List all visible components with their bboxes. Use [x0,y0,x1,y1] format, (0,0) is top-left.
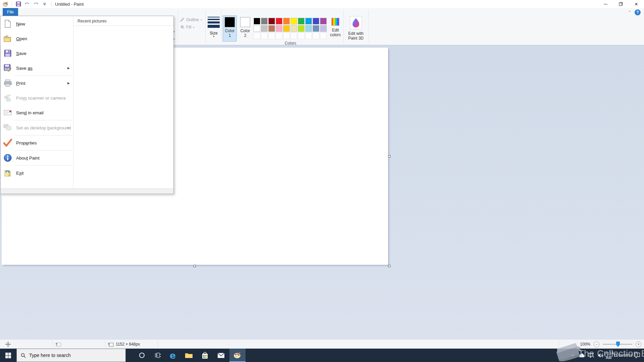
file-menu-item-new[interactable]: New [1,16,73,31]
tray-chevron-icon [571,354,575,357]
edit-colors-label-1: Edit [328,28,343,33]
status-bar: 1152 × 648px 100% − + [0,339,644,349]
file-menu-item-properties[interactable]: Properties [1,135,73,150]
zoom-out-button[interactable]: − [594,342,599,347]
palette-swatch[interactable] [320,25,327,32]
size-button[interactable]: Size ▾ [207,15,221,38]
selection-size-icon [56,342,61,347]
palette-swatch[interactable] [283,25,290,32]
palette-swatch[interactable] [254,18,260,24]
color1-number: 1 [223,33,236,38]
palette-swatch[interactable] [290,25,297,32]
file-menu-item-exit[interactable]: Exit [1,166,73,180]
action-center-icon [634,353,640,358]
palette-swatch[interactable] [313,25,319,32]
palette-swatch[interactable] [276,25,282,32]
palette-swatch[interactable] [290,18,297,24]
palette-swatch-empty[interactable] [276,33,282,39]
file-menu-item-save[interactable]: Save [1,46,73,61]
file-menu-item-save-as[interactable]: Save as▶ [1,61,73,75]
palette-swatch-empty[interactable] [313,33,319,39]
edge-button[interactable]: e [165,349,181,362]
palette-swatch[interactable] [261,25,268,32]
zoom-in-button[interactable]: + [636,342,641,347]
zoom-slider-thumb[interactable] [616,342,620,347]
resize-handle-corner[interactable] [388,265,390,267]
task-view-button[interactable] [150,349,166,362]
file-menu-item-from-scanner-or-camera: From scanner or camera [1,90,73,105]
palette-swatch[interactable] [276,18,282,24]
exit-icon [3,169,12,177]
palette-swatch[interactable] [254,25,260,32]
customize-toolbar-icon[interactable] [41,1,48,7]
palette-swatch-empty[interactable] [283,33,290,39]
palette-swatch-empty[interactable] [268,33,275,39]
palette-swatch[interactable] [268,18,275,24]
submenu-arrow-icon: ▶ [67,81,70,85]
collapse-ribbon-icon[interactable]: ⌃ [628,11,631,14]
palette-swatch[interactable] [313,18,319,24]
line-size-icon [207,15,221,28]
file-menu-item-send-in-email[interactable]: Send in email [1,105,73,120]
group-divider [343,10,344,43]
minimize-button[interactable] [598,0,613,8]
mail-button[interactable] [213,349,229,362]
search-placeholder: Type here to search [29,353,71,358]
palette-swatch[interactable] [261,18,268,24]
start-button[interactable] [0,349,16,362]
file-tab[interactable]: File [3,8,18,16]
action-center-button[interactable] [631,349,644,362]
palette-swatch[interactable] [268,25,275,32]
palette-swatch[interactable] [320,18,327,24]
palette-swatch[interactable] [283,18,290,24]
restore-button[interactable] [613,0,629,8]
selection-size-indicator [56,340,61,349]
taskbar-search[interactable]: Type here to search [16,349,126,362]
palette-swatch[interactable] [305,18,312,24]
outline-label: Outline [186,17,199,22]
menu-item-label: Print [16,81,25,86]
color2-button[interactable]: Color 2 [238,15,252,42]
palette-swatch[interactable] [298,18,305,24]
palette-swatch-empty[interactable] [298,33,305,39]
onedrive-button[interactable] [577,349,586,362]
outline-button: Outline ▾ [180,16,205,23]
palette-swatch[interactable] [305,25,312,32]
redo-icon[interactable] [33,1,39,7]
store-button[interactable] [197,349,213,362]
file-explorer-button[interactable] [181,349,197,362]
zoom-slider[interactable] [603,344,632,345]
edit-colors-button[interactable]: Edit colors [328,17,343,37]
palette-swatch-empty[interactable] [290,33,297,39]
fill-label: Fill [186,25,191,29]
palette-swatch-empty[interactable] [305,33,312,39]
close-button[interactable]: ✕ [629,0,644,8]
resize-handle-right[interactable] [388,155,390,158]
colors-group-label: Colors [254,41,327,46]
resize-handle-bottom[interactable] [194,265,196,267]
file-menu-item-set-as-desktop-background: Set as desktop background▶ [1,120,73,135]
save-icon[interactable] [15,1,22,7]
mail-icon [217,353,225,358]
file-menu-item-print[interactable]: Print▶ [1,76,73,90]
network-button[interactable] [586,349,596,362]
palette-swatch-empty[interactable] [320,33,327,39]
taskbar-clock[interactable]: 10:14 AM 11/24/2019 [606,349,631,362]
tray-expand-button[interactable] [568,349,577,362]
file-menu-item-open[interactable]: Open [1,31,73,46]
save-as-icon [3,64,12,72]
file-menu-item-about-paint[interactable]: About Paint [1,150,73,165]
recent-pictures-pane: Recent pictures [73,16,173,194]
help-button[interactable]: ? [635,9,641,15]
status-divider [158,341,158,348]
chevron-down-icon: ▾ [207,36,221,38]
cortana-button[interactable] [134,349,150,362]
palette-swatch-empty[interactable] [254,33,260,39]
palette-swatch-empty[interactable] [261,33,268,39]
edit-with-paint3d-button[interactable]: Edit with Paint 3D [345,16,366,41]
undo-icon[interactable] [24,1,31,7]
color1-button[interactable]: Color 1 [223,15,237,42]
restore-icon [619,2,623,6]
paint-taskbar-button[interactable] [229,349,246,362]
palette-swatch[interactable] [298,25,305,32]
